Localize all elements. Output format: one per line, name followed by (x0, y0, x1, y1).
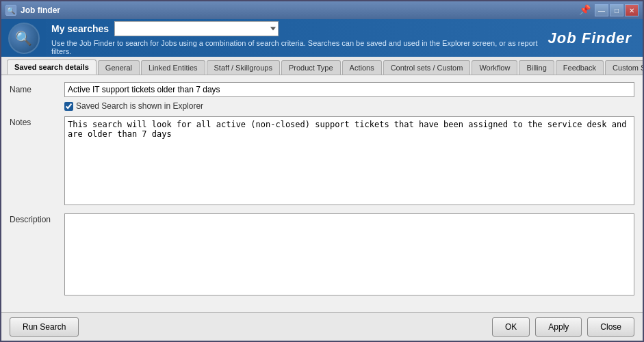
footer-right: OK Apply Close (492, 317, 634, 337)
tab-workflow[interactable]: Workflow (472, 60, 517, 75)
header-middle: My searches Use the Job Finder to search… (46, 17, 548, 60)
window-icon: 🔍 (5, 5, 16, 16)
app-title: Job Finder (548, 29, 643, 47)
notes-label: Notes (10, 116, 64, 208)
header-logo: 🔍 (1, 19, 46, 57)
restore-button[interactable]: □ (610, 4, 623, 16)
tab-staff-skillgroups[interactable]: Staff / Skillgroups (207, 60, 280, 75)
my-searches-dropdown[interactable] (114, 21, 279, 36)
name-row: Name (10, 82, 634, 97)
tab-product-type[interactable]: Product Type (281, 60, 341, 75)
main-window: 🔍 Job finder 📌 — □ ✕ 🔍 My searches (0, 0, 644, 342)
ok-button[interactable]: OK (492, 317, 530, 337)
close-button[interactable]: Close (587, 317, 634, 337)
my-searches-bar: My searches (51, 21, 543, 36)
minimize-button[interactable]: — (595, 4, 608, 16)
notes-textarea[interactable] (64, 116, 634, 205)
tab-feedback[interactable]: Feedback (556, 60, 604, 75)
header-section: 🔍 My searches Use the Job Finder to sear… (1, 19, 643, 57)
tab-linked-entities[interactable]: Linked Entities (141, 60, 205, 75)
checkbox-row: Saved Search is shown in Explorer (64, 101, 634, 111)
footer: Run Search OK Apply Close (1, 312, 643, 341)
apply-button[interactable]: Apply (535, 317, 582, 337)
close-title-button[interactable]: ✕ (625, 4, 639, 16)
description-label: Description (10, 213, 64, 305)
pin-icon: 📌 (579, 4, 591, 16)
saved-search-checkbox[interactable] (64, 102, 73, 111)
header-subtitle: Use the Job Finder to search for Jobs us… (51, 39, 543, 55)
tab-custom-sql[interactable]: Custom SQL (605, 60, 643, 75)
tab-general[interactable]: General (98, 60, 140, 75)
content-area: Name Saved Search is shown in Explorer N… (1, 75, 643, 312)
my-searches-label: My searches (51, 23, 109, 34)
run-search-button[interactable]: Run Search (10, 317, 79, 337)
dropdown-wrapper (114, 21, 279, 36)
name-label: Name (10, 85, 64, 94)
description-textarea[interactable] (64, 213, 634, 295)
tab-saved-search-details[interactable]: Saved search details (7, 60, 96, 75)
notes-row: Notes (10, 116, 634, 208)
tabs-section: Saved search details General Linked Enti… (1, 57, 643, 75)
logo-circle: 🔍 (8, 23, 40, 54)
description-row: Description (10, 213, 634, 305)
logo-icon: 🔍 (15, 30, 32, 47)
tab-control-sets-custom[interactable]: Control sets / Custom (383, 60, 471, 75)
checkbox-label: Saved Search is shown in Explorer (76, 101, 203, 111)
title-bar-left: 🔍 Job finder (5, 5, 60, 16)
title-buttons: 📌 — □ ✕ (579, 4, 639, 16)
window-title: Job finder (21, 5, 60, 15)
tab-actions[interactable]: Actions (342, 60, 382, 75)
footer-left: Run Search (10, 317, 79, 337)
tab-billing[interactable]: Billing (519, 60, 554, 75)
name-input[interactable] (64, 82, 634, 97)
